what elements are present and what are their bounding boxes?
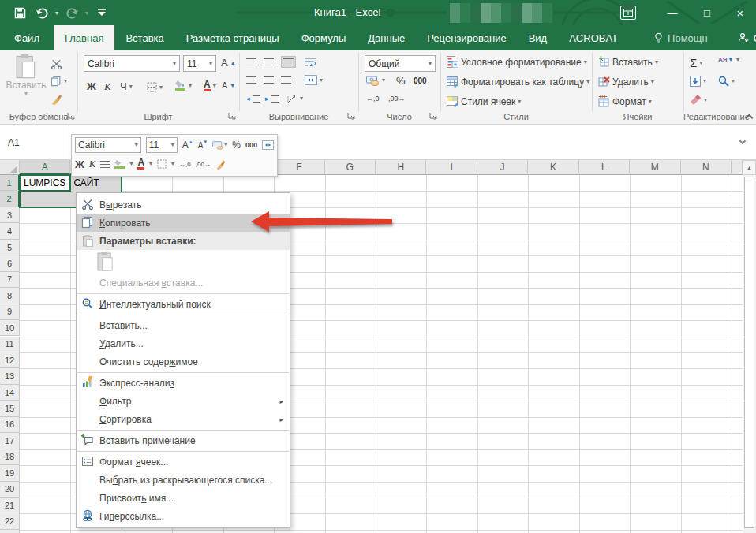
menu-item-cut[interactable]: Вырезать [77, 196, 290, 214]
column-header-L[interactable]: L [579, 160, 630, 175]
row-header-4[interactable]: 4 [0, 223, 20, 239]
copy-button[interactable]: ▾ [51, 76, 67, 87]
tab-tell-me[interactable]: Помощн [643, 25, 719, 50]
scroll-up-icon[interactable]: ▲ [743, 160, 756, 175]
mini-font-name-combo[interactable]: Calibri▾ [75, 137, 141, 153]
row-header-19[interactable]: 19 [0, 465, 20, 481]
sort-filter-button[interactable]: АЯ ▼▾ [718, 56, 739, 63]
mini-percent-button[interactable]: % [232, 140, 241, 151]
column-header-H[interactable]: H [376, 160, 426, 175]
tab-formulas[interactable]: Формулы [290, 25, 357, 50]
mini-align-icon[interactable] [100, 161, 110, 168]
percent-style-button[interactable]: % [396, 75, 406, 87]
undo-icon[interactable] [33, 4, 51, 21]
mini-italic-button[interactable]: К [89, 158, 96, 170]
mini-format-painter-icon[interactable] [215, 159, 226, 170]
decrease-decimal-button[interactable]: ,00→ [388, 95, 406, 102]
share-button[interactable]: Общий доступ [727, 25, 756, 50]
mini-borders-icon[interactable] [157, 159, 167, 169]
row-header-6[interactable]: 6 [0, 255, 20, 271]
row-header-5[interactable]: 5 [0, 240, 20, 255]
select-all-corner[interactable] [0, 160, 20, 175]
row-header-3[interactable]: 3 [0, 207, 20, 223]
undo-dropdown-icon[interactable]: ▾ [55, 9, 58, 17]
align-top-button[interactable] [246, 58, 256, 65]
orientation-button[interactable]: ▾ [287, 93, 303, 103]
row-header-23[interactable]: 23 [0, 530, 20, 533]
name-box[interactable]: A1 [0, 125, 69, 160]
decrease-indent-button[interactable]: ◂ [246, 95, 260, 102]
row-header-18[interactable]: 18 [0, 449, 20, 465]
format-as-table-button[interactable]: Форматировать как таблицу▾ [447, 76, 589, 88]
menu-item-insert-cells[interactable]: Вставить... [77, 316, 290, 334]
format-button[interactable]: Формат▾ [598, 95, 652, 107]
insert-cells-button[interactable]: Вставить▾ [598, 56, 658, 68]
clipboard-dialog-launcher-icon[interactable] [67, 112, 76, 121]
alignment-dialog-launcher-icon[interactable] [347, 112, 356, 121]
menu-item-delete-cells[interactable]: Удалить... [77, 334, 290, 352]
menu-item-define-name[interactable]: Присвоить имя... [77, 489, 290, 507]
mini-merge-icon[interactable] [262, 140, 274, 150]
conditional-formatting-button[interactable]: Условное форматирование▾ [447, 56, 587, 68]
font-size-combo[interactable]: 11▾ [183, 55, 216, 72]
tab-data[interactable]: Данные [357, 25, 416, 50]
column-header-K[interactable]: K [528, 160, 578, 175]
column-header-F[interactable]: F [274, 160, 324, 175]
mini-grow-font-button[interactable]: A▲ [182, 140, 193, 151]
row-header-8[interactable]: 8 [0, 288, 20, 304]
increase-indent-button[interactable]: ▸ [265, 95, 279, 102]
cut-button[interactable] [51, 58, 62, 70]
row-header-2[interactable]: 2 [0, 191, 20, 207]
mini-bold-button[interactable]: Ж [75, 158, 84, 170]
save-icon[interactable] [11, 4, 28, 21]
cell-B1-value[interactable]: САЙТ [70, 175, 121, 191]
grow-font-button[interactable]: A▲ [221, 57, 236, 69]
menu-item-quick-analysis[interactable]: Экспресс-анализ [77, 374, 290, 392]
row-header-22[interactable]: 22 [0, 513, 20, 529]
tab-view[interactable]: Вид [518, 25, 559, 50]
font-dialog-launcher-icon[interactable] [228, 112, 237, 121]
comma-style-button[interactable]: 000 [414, 76, 427, 85]
align-bottom-button[interactable] [281, 56, 296, 68]
close-icon[interactable]: × [724, 0, 756, 25]
row-header-11[interactable]: 11 [0, 337, 20, 352]
mini-decrease-decimal-button[interactable]: ,00→ [196, 161, 211, 168]
tab-insert[interactable]: Вставка [114, 25, 174, 50]
row-header-16[interactable]: 16 [0, 417, 20, 433]
mini-increase-decimal-button[interactable]: ←,0 [179, 161, 191, 168]
number-format-combo[interactable]: Общий▾ [365, 55, 436, 72]
menu-item-hyperlink[interactable]: Гиперссылка... [77, 507, 290, 525]
column-header-G[interactable]: G [325, 160, 376, 175]
row-header-1[interactable]: 1 [0, 175, 20, 191]
font-color-button[interactable]: А▾ [204, 80, 216, 91]
mini-font-size-combo[interactable]: 11▾ [146, 137, 178, 153]
underline-button[interactable]: Ч▾ [120, 80, 133, 92]
mini-comma-button[interactable]: 000 [245, 141, 257, 149]
vertical-scrollbar-thumb[interactable] [744, 177, 754, 528]
menu-item-insert-comment[interactable]: Вставить примечание [77, 431, 290, 449]
row-header-10[interactable]: 10 [0, 320, 20, 336]
cell-styles-button[interactable]: Стили ячеек▾ [447, 95, 521, 107]
row-header-15[interactable]: 15 [0, 401, 20, 416]
tab-page-layout[interactable]: Разметка страницы [175, 25, 290, 50]
column-header-partial[interactable] [732, 160, 743, 175]
fill-color-button[interactable]: ▾ [175, 80, 192, 91]
mini-font-color-button[interactable]: А [137, 158, 144, 170]
merge-center-button[interactable]: ▾ [305, 75, 323, 85]
column-header-J[interactable]: J [477, 160, 528, 175]
ribbon-display-options-icon[interactable] [620, 6, 636, 20]
column-header-N[interactable]: N [681, 160, 732, 175]
column-header-A[interactable]: A [20, 160, 70, 175]
clear-button[interactable]: ▾ [690, 95, 707, 105]
column-header-M[interactable]: M [630, 160, 680, 175]
customize-quick-access-icon[interactable] [93, 4, 110, 21]
menu-item-format-cells[interactable]: Формат ячеек... [77, 453, 290, 471]
fill-button[interactable]: ▾ [690, 76, 706, 87]
italic-button[interactable]: К [104, 80, 111, 93]
align-left-button[interactable] [246, 76, 256, 84]
shrink-font-button[interactable]: A▼ [222, 80, 235, 90]
minimize-icon[interactable]: — [655, 0, 690, 25]
active-cell-A1[interactable]: LUMPICS [19, 174, 71, 192]
maximize-icon[interactable]: □ [690, 0, 724, 25]
menu-item-sort[interactable]: Сортировка▸ [77, 410, 290, 428]
